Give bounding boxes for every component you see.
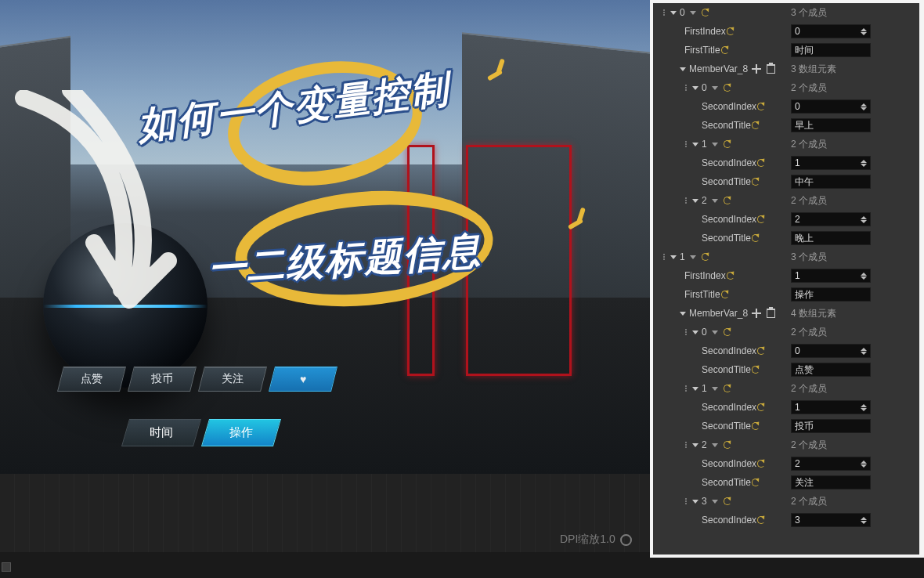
text-input[interactable]: 中午 — [791, 175, 871, 189]
spinbox-arrows-icon[interactable] — [861, 348, 867, 355]
text-input[interactable]: 时间 — [791, 43, 871, 57]
reset-to-default-icon[interactable] — [723, 139, 732, 149]
spinbox-arrows-icon[interactable] — [861, 517, 867, 524]
array-summary: 4 数组元素 — [791, 307, 836, 320]
add-element-icon[interactable] — [752, 309, 761, 318]
struct-header-row[interactable]: 2 2 个成员 — [653, 435, 919, 454]
property-label: MemberVar_8 — [689, 63, 748, 74]
expand-arrow-icon[interactable] — [692, 331, 698, 334]
text-input[interactable]: 投币 — [791, 419, 871, 433]
reset-to-default-icon[interactable] — [723, 327, 732, 337]
settings-gear-icon[interactable] — [620, 534, 632, 546]
reset-to-default-icon[interactable] — [751, 478, 760, 487]
struct-header-row[interactable]: 1 2 个成员 — [653, 135, 919, 154]
expand-arrow-icon[interactable] — [692, 199, 698, 203]
expand-arrow-icon[interactable] — [670, 255, 677, 259]
expand-arrow-icon[interactable] — [692, 143, 698, 146]
reset-to-default-icon[interactable] — [751, 421, 760, 431]
reset-to-default-icon[interactable] — [756, 158, 766, 168]
tab-operate[interactable]: 操作 — [201, 419, 281, 446]
spinbox-arrows-icon[interactable] — [861, 160, 867, 167]
reset-to-default-icon[interactable] — [751, 365, 760, 374]
text-input[interactable]: 早上 — [791, 118, 871, 132]
struct-header-row[interactable]: 1 2 个成员 — [653, 379, 919, 398]
reset-to-default-icon[interactable] — [756, 102, 766, 111]
reset-to-default-icon[interactable] — [723, 440, 732, 450]
spinbox-arrows-icon[interactable] — [861, 461, 867, 468]
reset-to-default-icon[interactable] — [723, 196, 732, 205]
array-property-row[interactable]: MemberVar_8 4 数组元素 — [653, 304, 919, 323]
struct-header-row[interactable]: 0 3 个成员 — [653, 3, 919, 22]
reset-to-default-icon[interactable] — [756, 346, 766, 356]
clear-array-icon[interactable] — [767, 64, 775, 74]
array-property-row[interactable]: MemberVar_8 3 数组元素 — [653, 60, 919, 78]
follow-button[interactable]: 关注 — [198, 367, 267, 392]
reset-to-default-icon[interactable] — [701, 252, 710, 262]
struct-header-row[interactable]: 3 2 个成员 — [653, 492, 919, 511]
int-spinbox[interactable]: 0 — [791, 344, 871, 358]
heart-button[interactable]: ♥ — [269, 367, 337, 392]
reset-to-default-icon[interactable] — [756, 215, 766, 224]
int-spinbox[interactable]: 2 — [791, 212, 871, 226]
coin-button[interactable]: 投币 — [128, 367, 197, 392]
timeline-strip[interactable] — [0, 474, 650, 552]
like-button[interactable]: 点赞 — [57, 367, 126, 392]
int-spinbox[interactable]: 1 — [791, 400, 871, 414]
spinbox-arrows-icon[interactable] — [861, 28, 867, 35]
dropdown-icon[interactable] — [712, 199, 718, 203]
spinbox-arrows-icon[interactable] — [861, 216, 867, 223]
spinbox-arrows-icon[interactable] — [861, 404, 867, 411]
dropdown-icon[interactable] — [712, 86, 718, 90]
reset-to-default-icon[interactable] — [701, 8, 710, 17]
dropdown-icon[interactable] — [712, 143, 718, 146]
reset-to-default-icon[interactable] — [720, 45, 730, 55]
struct-header-row[interactable]: 0 2 个成员 — [653, 323, 919, 341]
reset-to-default-icon[interactable] — [726, 271, 735, 280]
dropdown-icon[interactable] — [712, 443, 718, 447]
text-input[interactable]: 点赞 — [791, 363, 871, 377]
int-spinbox[interactable]: 0 — [791, 99, 871, 114]
text-input[interactable]: 操作 — [791, 287, 871, 302]
expand-arrow-icon[interactable] — [692, 86, 698, 90]
spinbox-arrows-icon[interactable] — [861, 103, 867, 110]
int-spinbox[interactable]: 1 — [791, 156, 871, 170]
reset-to-default-icon[interactable] — [756, 403, 766, 412]
int-spinbox[interactable]: 1 — [791, 269, 871, 283]
add-element-icon[interactable] — [752, 64, 761, 74]
dropdown-icon[interactable] — [690, 255, 696, 259]
int-spinbox[interactable]: 3 — [791, 513, 871, 527]
expand-arrow-icon[interactable] — [692, 443, 698, 447]
struct-header-row[interactable]: 2 2 个成员 — [653, 191, 919, 210]
expand-arrow-icon[interactable] — [680, 67, 686, 71]
text-input[interactable]: 关注 — [791, 475, 871, 489]
expand-arrow-icon[interactable] — [692, 387, 698, 391]
reset-to-default-icon[interactable] — [720, 290, 730, 299]
int-value: 1 — [795, 270, 800, 281]
reset-to-default-icon[interactable] — [751, 233, 760, 243]
text-input[interactable]: 晚上 — [791, 231, 871, 245]
reset-to-default-icon[interactable] — [756, 459, 766, 468]
expand-arrow-icon[interactable] — [680, 312, 686, 316]
expand-arrow-icon[interactable] — [670, 11, 677, 15]
dropdown-icon[interactable] — [690, 11, 696, 15]
reset-to-default-icon[interactable] — [723, 83, 732, 92]
int-property-row: FirstIndex 1 — [653, 266, 919, 285]
reset-to-default-icon[interactable] — [756, 515, 766, 525]
reset-to-default-icon[interactable] — [726, 27, 735, 36]
struct-header-row[interactable]: 1 3 个成员 — [653, 247, 919, 266]
dropdown-icon[interactable] — [712, 500, 718, 504]
corner-handle[interactable] — [2, 562, 11, 572]
clear-array-icon[interactable] — [767, 309, 775, 318]
reset-to-default-icon[interactable] — [723, 384, 732, 393]
reset-to-default-icon[interactable] — [723, 497, 732, 506]
tab-time[interactable]: 时间 — [121, 419, 201, 446]
dropdown-icon[interactable] — [712, 331, 718, 334]
spinbox-arrows-icon[interactable] — [861, 273, 867, 280]
int-spinbox[interactable]: 2 — [791, 457, 871, 471]
dropdown-icon[interactable] — [712, 387, 718, 391]
int-spinbox[interactable]: 0 — [791, 24, 871, 38]
reset-to-default-icon[interactable] — [751, 177, 760, 186]
reset-to-default-icon[interactable] — [751, 121, 760, 130]
expand-arrow-icon[interactable] — [692, 500, 698, 504]
struct-header-row[interactable]: 0 2 个成员 — [653, 78, 919, 97]
